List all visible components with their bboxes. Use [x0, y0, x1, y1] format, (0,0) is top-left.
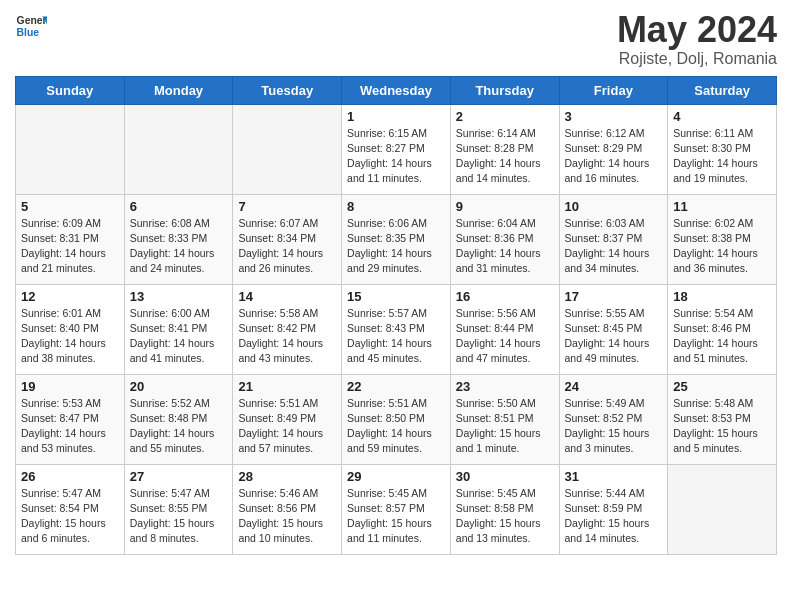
day-number: 1 — [347, 109, 445, 124]
day-info: Sunrise: 5:45 AMSunset: 8:57 PMDaylight:… — [347, 486, 445, 547]
day-info: Sunrise: 5:49 AMSunset: 8:52 PMDaylight:… — [565, 396, 663, 457]
day-number: 8 — [347, 199, 445, 214]
day-info: Sunrise: 5:57 AMSunset: 8:43 PMDaylight:… — [347, 306, 445, 367]
calendar-cell: 3Sunrise: 6:12 AMSunset: 8:29 PMDaylight… — [559, 104, 668, 194]
calendar-cell: 26Sunrise: 5:47 AMSunset: 8:54 PMDayligh… — [16, 464, 125, 554]
calendar-cell: 18Sunrise: 5:54 AMSunset: 8:46 PMDayligh… — [668, 284, 777, 374]
day-number: 25 — [673, 379, 771, 394]
day-number: 28 — [238, 469, 336, 484]
day-info: Sunrise: 5:58 AMSunset: 8:42 PMDaylight:… — [238, 306, 336, 367]
calendar-cell — [233, 104, 342, 194]
day-info: Sunrise: 5:47 AMSunset: 8:55 PMDaylight:… — [130, 486, 228, 547]
calendar-cell: 30Sunrise: 5:45 AMSunset: 8:58 PMDayligh… — [450, 464, 559, 554]
calendar-cell: 15Sunrise: 5:57 AMSunset: 8:43 PMDayligh… — [342, 284, 451, 374]
day-number: 2 — [456, 109, 554, 124]
calendar-cell: 7Sunrise: 6:07 AMSunset: 8:34 PMDaylight… — [233, 194, 342, 284]
day-number: 4 — [673, 109, 771, 124]
weekday-header-saturday: Saturday — [668, 76, 777, 104]
calendar-cell: 8Sunrise: 6:06 AMSunset: 8:35 PMDaylight… — [342, 194, 451, 284]
calendar-table: SundayMondayTuesdayWednesdayThursdayFrid… — [15, 76, 777, 555]
calendar-cell — [16, 104, 125, 194]
week-row-3: 12Sunrise: 6:01 AMSunset: 8:40 PMDayligh… — [16, 284, 777, 374]
calendar-cell: 21Sunrise: 5:51 AMSunset: 8:49 PMDayligh… — [233, 374, 342, 464]
day-info: Sunrise: 6:01 AMSunset: 8:40 PMDaylight:… — [21, 306, 119, 367]
logo-icon: General Blue — [15, 10, 47, 42]
day-info: Sunrise: 6:08 AMSunset: 8:33 PMDaylight:… — [130, 216, 228, 277]
day-info: Sunrise: 5:51 AMSunset: 8:49 PMDaylight:… — [238, 396, 336, 457]
day-number: 20 — [130, 379, 228, 394]
day-number: 30 — [456, 469, 554, 484]
day-number: 18 — [673, 289, 771, 304]
day-info: Sunrise: 6:09 AMSunset: 8:31 PMDaylight:… — [21, 216, 119, 277]
calendar-cell: 19Sunrise: 5:53 AMSunset: 8:47 PMDayligh… — [16, 374, 125, 464]
day-number: 3 — [565, 109, 663, 124]
calendar-cell: 14Sunrise: 5:58 AMSunset: 8:42 PMDayligh… — [233, 284, 342, 374]
weekday-header-tuesday: Tuesday — [233, 76, 342, 104]
weekday-header-thursday: Thursday — [450, 76, 559, 104]
weekday-header-monday: Monday — [124, 76, 233, 104]
day-number: 24 — [565, 379, 663, 394]
calendar-cell: 6Sunrise: 6:08 AMSunset: 8:33 PMDaylight… — [124, 194, 233, 284]
month-title: May 2024 — [617, 10, 777, 50]
day-info: Sunrise: 6:03 AMSunset: 8:37 PMDaylight:… — [565, 216, 663, 277]
day-number: 14 — [238, 289, 336, 304]
day-info: Sunrise: 5:51 AMSunset: 8:50 PMDaylight:… — [347, 396, 445, 457]
calendar-cell — [124, 104, 233, 194]
weekday-header-sunday: Sunday — [16, 76, 125, 104]
day-number: 31 — [565, 469, 663, 484]
calendar-cell: 17Sunrise: 5:55 AMSunset: 8:45 PMDayligh… — [559, 284, 668, 374]
day-number: 23 — [456, 379, 554, 394]
day-info: Sunrise: 6:02 AMSunset: 8:38 PMDaylight:… — [673, 216, 771, 277]
day-number: 15 — [347, 289, 445, 304]
day-number: 16 — [456, 289, 554, 304]
weekday-header-friday: Friday — [559, 76, 668, 104]
day-info: Sunrise: 6:04 AMSunset: 8:36 PMDaylight:… — [456, 216, 554, 277]
week-row-1: 1Sunrise: 6:15 AMSunset: 8:27 PMDaylight… — [16, 104, 777, 194]
title-section: May 2024 Rojiste, Dolj, Romania — [617, 10, 777, 68]
day-number: 11 — [673, 199, 771, 214]
day-info: Sunrise: 5:46 AMSunset: 8:56 PMDaylight:… — [238, 486, 336, 547]
calendar-cell: 9Sunrise: 6:04 AMSunset: 8:36 PMDaylight… — [450, 194, 559, 284]
day-info: Sunrise: 5:48 AMSunset: 8:53 PMDaylight:… — [673, 396, 771, 457]
logo: General Blue — [15, 10, 47, 42]
day-info: Sunrise: 6:15 AMSunset: 8:27 PMDaylight:… — [347, 126, 445, 187]
calendar-cell: 22Sunrise: 5:51 AMSunset: 8:50 PMDayligh… — [342, 374, 451, 464]
calendar-cell: 20Sunrise: 5:52 AMSunset: 8:48 PMDayligh… — [124, 374, 233, 464]
calendar-cell: 10Sunrise: 6:03 AMSunset: 8:37 PMDayligh… — [559, 194, 668, 284]
day-info: Sunrise: 6:07 AMSunset: 8:34 PMDaylight:… — [238, 216, 336, 277]
location-title: Rojiste, Dolj, Romania — [617, 50, 777, 68]
day-info: Sunrise: 5:45 AMSunset: 8:58 PMDaylight:… — [456, 486, 554, 547]
day-number: 12 — [21, 289, 119, 304]
calendar-cell: 23Sunrise: 5:50 AMSunset: 8:51 PMDayligh… — [450, 374, 559, 464]
calendar-cell: 31Sunrise: 5:44 AMSunset: 8:59 PMDayligh… — [559, 464, 668, 554]
day-info: Sunrise: 5:56 AMSunset: 8:44 PMDaylight:… — [456, 306, 554, 367]
day-info: Sunrise: 5:44 AMSunset: 8:59 PMDaylight:… — [565, 486, 663, 547]
page-header: General Blue May 2024 Rojiste, Dolj, Rom… — [15, 10, 777, 68]
day-info: Sunrise: 5:53 AMSunset: 8:47 PMDaylight:… — [21, 396, 119, 457]
day-number: 10 — [565, 199, 663, 214]
day-info: Sunrise: 5:55 AMSunset: 8:45 PMDaylight:… — [565, 306, 663, 367]
calendar-cell: 16Sunrise: 5:56 AMSunset: 8:44 PMDayligh… — [450, 284, 559, 374]
calendar-cell: 11Sunrise: 6:02 AMSunset: 8:38 PMDayligh… — [668, 194, 777, 284]
calendar-cell: 13Sunrise: 6:00 AMSunset: 8:41 PMDayligh… — [124, 284, 233, 374]
day-number: 19 — [21, 379, 119, 394]
day-info: Sunrise: 5:47 AMSunset: 8:54 PMDaylight:… — [21, 486, 119, 547]
day-info: Sunrise: 6:11 AMSunset: 8:30 PMDaylight:… — [673, 126, 771, 187]
calendar-cell: 4Sunrise: 6:11 AMSunset: 8:30 PMDaylight… — [668, 104, 777, 194]
calendar-cell: 29Sunrise: 5:45 AMSunset: 8:57 PMDayligh… — [342, 464, 451, 554]
day-number: 6 — [130, 199, 228, 214]
day-number: 5 — [21, 199, 119, 214]
calendar-cell: 25Sunrise: 5:48 AMSunset: 8:53 PMDayligh… — [668, 374, 777, 464]
day-number: 27 — [130, 469, 228, 484]
day-number: 13 — [130, 289, 228, 304]
day-info: Sunrise: 6:00 AMSunset: 8:41 PMDaylight:… — [130, 306, 228, 367]
calendar-cell: 24Sunrise: 5:49 AMSunset: 8:52 PMDayligh… — [559, 374, 668, 464]
day-number: 7 — [238, 199, 336, 214]
calendar-cell — [668, 464, 777, 554]
day-number: 29 — [347, 469, 445, 484]
calendar-cell: 28Sunrise: 5:46 AMSunset: 8:56 PMDayligh… — [233, 464, 342, 554]
day-number: 22 — [347, 379, 445, 394]
svg-text:Blue: Blue — [17, 27, 40, 38]
day-info: Sunrise: 6:14 AMSunset: 8:28 PMDaylight:… — [456, 126, 554, 187]
day-info: Sunrise: 6:12 AMSunset: 8:29 PMDaylight:… — [565, 126, 663, 187]
